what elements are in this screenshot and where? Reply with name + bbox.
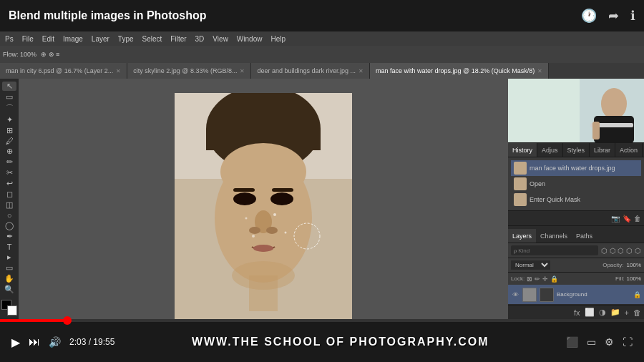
panel-tab-styles[interactable]: Styles <box>563 143 590 157</box>
ps-menubar: Ps File Edit Image Layer Type Select Fil… <box>0 31 644 46</box>
tab-close-2[interactable]: ✕ <box>358 68 364 74</box>
history-thumb-2 <box>514 193 527 206</box>
info-icon[interactable]: ℹ <box>630 8 635 24</box>
skip-button[interactable]: ⏭ <box>29 336 40 348</box>
clock-icon[interactable]: 🕐 <box>581 8 597 24</box>
menu-image[interactable]: Image <box>61 35 85 43</box>
share-icon[interactable]: ➦ <box>608 8 619 24</box>
opacity-label: Opacity: <box>602 262 623 268</box>
tool-gradient[interactable]: ◫ <box>2 200 16 210</box>
layer-fx-btn[interactable]: fx <box>574 308 580 317</box>
layers-filter-icons: ⬡ ⬡ ⬡ ⬡ ⬡ <box>601 247 641 255</box>
svg-rect-24 <box>594 116 634 143</box>
layers-tab-paths[interactable]: Paths <box>572 229 597 243</box>
menu-edit[interactable]: Edit <box>40 35 57 43</box>
layer-new-btn[interactable]: + <box>625 308 629 317</box>
tool-eraser[interactable]: ◻ <box>2 190 16 199</box>
layer-del-btn[interactable]: 🗑 <box>633 308 641 317</box>
tool-magic-wand[interactable]: ✦ <box>2 115 16 124</box>
tool-marquee[interactable]: ▭ <box>2 92 16 102</box>
tool-blur[interactable]: ○ <box>2 211 16 220</box>
menu-layer[interactable]: Layer <box>89 35 112 43</box>
menu-select[interactable]: Select <box>140 35 165 43</box>
volume-button[interactable]: 🔊 <box>49 336 61 348</box>
tool-move[interactable]: ↖ <box>2 82 16 91</box>
history-thumb-1 <box>514 177 527 190</box>
tab-close-0[interactable]: ✕ <box>116 68 121 74</box>
progress-bar-container[interactable] <box>0 319 644 322</box>
blend-mode-select[interactable]: Normal <box>511 260 550 270</box>
ps-tab-3[interactable]: man face with water drops.jpg @ 18.2% (Q… <box>370 63 549 79</box>
panel-tab-librar[interactable]: Librar <box>590 143 615 157</box>
ps-canvas-area <box>19 79 508 319</box>
tool-hand[interactable]: ✋ <box>2 274 16 283</box>
lock-transparent-icon[interactable]: ⊠ <box>527 275 532 283</box>
svg-rect-8 <box>233 188 255 192</box>
tool-dodge[interactable]: ◯ <box>2 221 16 230</box>
tool-pen[interactable]: ✒ <box>2 232 16 241</box>
menu-view[interactable]: View <box>210 35 230 43</box>
fullscreen-icon[interactable]: ⛶ <box>623 336 633 348</box>
history-item-2[interactable]: Enter Quick Mask <box>511 192 641 207</box>
menu-3d[interactable]: 3D <box>193 35 207 43</box>
history-thumb-0 <box>514 162 527 175</box>
ps-tab-1[interactable]: city skyline 2.jpg @ 8.33% (RGB/8... ✕ <box>127 63 251 79</box>
tab-close-1[interactable]: ✕ <box>240 68 245 74</box>
tool-brush[interactable]: ✏ <box>2 157 16 167</box>
tool-type[interactable]: T <box>2 243 16 251</box>
lock-position-icon[interactable]: ✛ <box>542 275 548 283</box>
ps-tabs: man in city 6.psd @ 16.7% (Layer 2... ✕ … <box>0 63 644 79</box>
ps-toolbar: ↖ ▭ ⌒ ✦ ⊞ 🖊 ⊕ ✏ ✂ ↩ ◻ ◫ ○ ◯ ✒ T ▸ ▭ ✋ 🔍 <box>0 79 19 319</box>
layer-group-btn[interactable]: 📁 <box>610 308 620 317</box>
svg-point-12 <box>266 227 278 234</box>
layer-adj-btn[interactable]: ◑ <box>599 308 606 317</box>
tool-history-brush[interactable]: ↩ <box>2 179 16 188</box>
video-area: Ps File Edit Image Layer Type Select Fil… <box>0 31 644 319</box>
layer-eye-background[interactable]: 👁 <box>511 290 519 299</box>
lock-pixels-icon[interactable]: ✏ <box>535 275 540 283</box>
tool-clone[interactable]: ✂ <box>2 168 16 177</box>
subtitles-icon[interactable]: ▭ <box>587 336 596 348</box>
menu-file[interactable]: File <box>20 35 36 43</box>
lock-all-icon[interactable]: 🔒 <box>550 275 558 283</box>
menu-ps[interactable]: Ps <box>3 35 16 43</box>
progress-bar-fill <box>0 319 67 322</box>
history-camera-icon[interactable]: 📷 <box>611 215 620 222</box>
menu-filter[interactable]: Filter <box>168 35 188 43</box>
screenshot-icon[interactable]: ⬛ <box>566 336 578 348</box>
tool-healing[interactable]: ⊕ <box>2 147 16 156</box>
ps-tab-0[interactable]: man in city 6.psd @ 16.7% (Layer 2... ✕ <box>0 63 127 79</box>
layer-item-background[interactable]: 👁 Background 🔒 <box>508 285 644 305</box>
tool-path-select[interactable]: ▸ <box>2 253 16 262</box>
ps-action-icons: 📷 🔖 🗑 <box>508 210 644 226</box>
history-item-0[interactable]: man face with water drops.jpg <box>511 160 641 176</box>
layers-tab-channels[interactable]: Channels <box>536 229 572 243</box>
menu-window[interactable]: Window <box>235 35 265 43</box>
history-trash-icon[interactable]: 🗑 <box>634 215 641 222</box>
panel-tab-action[interactable]: Action <box>615 143 643 157</box>
svg-point-11 <box>249 227 260 234</box>
layers-tab-layers[interactable]: Layers <box>508 229 536 243</box>
panel-tab-history[interactable]: History <box>508 143 537 157</box>
layer-mask-btn[interactable]: ⬜ <box>585 308 595 317</box>
menu-type[interactable]: Type <box>116 35 136 43</box>
settings-icon[interactable]: ⚙ <box>605 336 614 348</box>
menu-help[interactable]: Help <box>268 35 288 43</box>
layers-search-input[interactable] <box>511 245 598 255</box>
history-bookmark-icon[interactable]: 🔖 <box>623 215 631 222</box>
background-color[interactable] <box>7 305 17 315</box>
tool-crop[interactable]: ⊞ <box>2 126 16 135</box>
play-button[interactable]: ▶ <box>11 336 20 349</box>
svg-point-7 <box>270 192 293 205</box>
progress-knob[interactable] <box>63 316 72 325</box>
ps-tab-2[interactable]: deer and buildings dark river.jpg ... ✕ <box>251 63 370 79</box>
panel-tab-adjus[interactable]: Adjus <box>537 143 563 157</box>
tool-shape[interactable]: ▭ <box>2 263 16 273</box>
tool-zoom[interactable]: 🔍 <box>2 285 16 294</box>
camera-svg <box>508 79 644 143</box>
history-item-1[interactable]: Open <box>511 176 641 192</box>
svg-rect-9 <box>272 188 293 192</box>
tool-lasso[interactable]: ⌒ <box>2 103 16 114</box>
tool-eyedropper[interactable]: 🖊 <box>2 137 16 145</box>
tab-close-3[interactable]: ✕ <box>537 68 542 74</box>
